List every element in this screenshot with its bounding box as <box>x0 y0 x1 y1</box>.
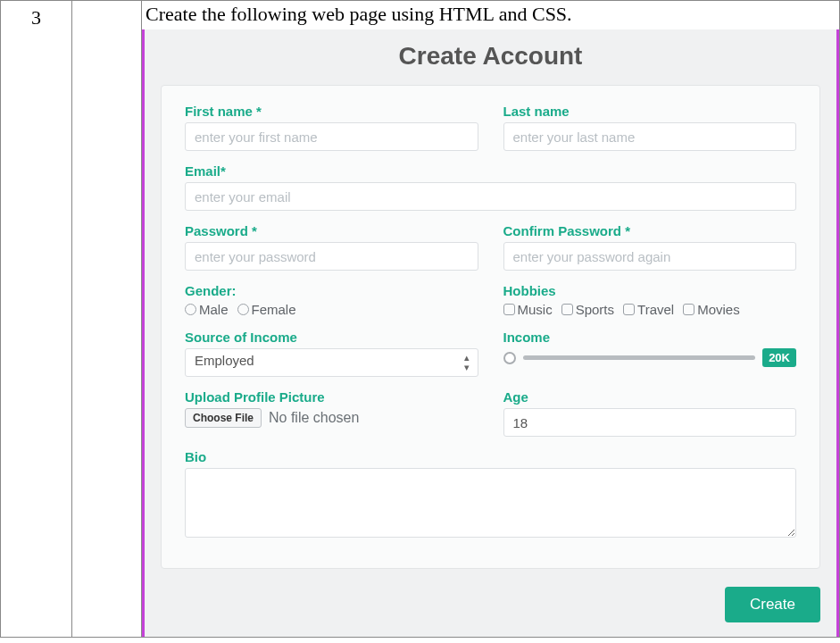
document-table: 3 Create the following web page using HT… <box>0 0 840 638</box>
age-label: Age <box>503 389 797 405</box>
income-slider[interactable]: 20K <box>503 348 797 367</box>
checkbox-icon <box>561 304 573 315</box>
gender-male-option[interactable]: Male <box>185 302 229 317</box>
confirm-password-label: Confirm Password * <box>503 223 797 238</box>
row-spacer <box>72 1 142 637</box>
email-input[interactable] <box>185 182 796 211</box>
income-source-label: Source of Income <box>185 330 478 345</box>
gender-label: Gender: <box>185 283 478 298</box>
radio-icon <box>237 304 249 315</box>
hobby-movies-option[interactable]: Movies <box>683 302 740 317</box>
bio-label: Bio <box>185 449 796 464</box>
confirm-password-input[interactable] <box>503 242 797 271</box>
last-name-input[interactable] <box>503 122 797 151</box>
income-source-select[interactable]: Employed ▴▾ <box>185 348 478 377</box>
checkbox-icon <box>623 304 635 315</box>
gender-options: Male Female <box>185 302 478 317</box>
password-input[interactable] <box>185 242 478 271</box>
checkbox-icon <box>683 304 694 315</box>
hobbies-options: Music Sports Travel Movies <box>503 302 797 317</box>
hobby-sports-text: Sports <box>576 302 614 317</box>
gender-female-text: Female <box>252 302 296 317</box>
password-label: Password * <box>185 223 478 238</box>
form-footer: Create <box>161 587 820 622</box>
bio-textarea[interactable] <box>185 468 796 538</box>
slider-track <box>523 355 756 360</box>
last-name-label: Last name <box>503 104 797 119</box>
checkbox-icon <box>503 304 515 315</box>
form-card: First name * Last name Email* <box>161 85 820 569</box>
chevron-updown-icon: ▴▾ <box>464 353 470 372</box>
hobby-music-option[interactable]: Music <box>503 302 553 317</box>
hobby-travel-option[interactable]: Travel <box>623 302 674 317</box>
slider-thumb-icon <box>503 352 516 364</box>
row-number: 3 <box>1 1 72 637</box>
first-name-input[interactable] <box>185 122 478 151</box>
income-source-value: Employed <box>185 348 478 377</box>
income-label: Income <box>503 330 797 345</box>
upload-label: Upload Profile Picture <box>185 389 478 405</box>
file-status-text: No file chosen <box>269 410 359 426</box>
create-button[interactable]: Create <box>725 587 820 622</box>
hobbies-label: Hobbies <box>503 283 797 298</box>
choose-file-button[interactable]: Choose File <box>185 408 262 428</box>
hobby-travel-text: Travel <box>637 302 674 317</box>
instruction-text: Create the following web page using HTML… <box>142 1 839 29</box>
hobby-music-text: Music <box>518 302 553 317</box>
page-title: Create Account <box>161 42 820 71</box>
gender-male-text: Male <box>199 302 229 317</box>
first-name-label: First name * <box>185 104 478 119</box>
gender-female-option[interactable]: Female <box>237 302 296 317</box>
file-input-row: Choose File No file chosen <box>185 408 478 428</box>
age-input[interactable] <box>503 408 797 437</box>
radio-icon <box>185 304 196 315</box>
hobby-sports-option[interactable]: Sports <box>561 302 614 317</box>
row-content: Create the following web page using HTML… <box>142 1 839 637</box>
app-frame: Create Account First name * Last name Em… <box>142 29 839 637</box>
hobby-movies-text: Movies <box>697 302 740 317</box>
income-badge: 20K <box>762 348 796 367</box>
email-label: Email* <box>185 163 796 179</box>
